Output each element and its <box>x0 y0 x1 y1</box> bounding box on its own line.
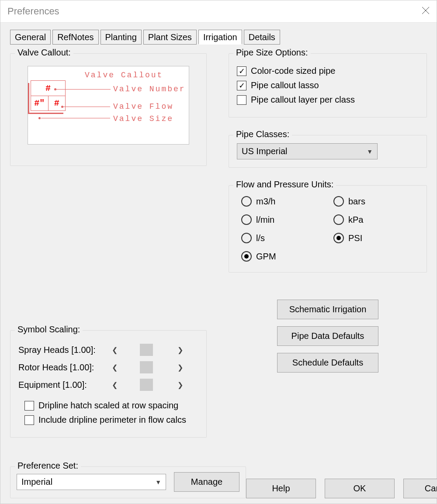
pipe-classes-select[interactable]: US Imperial ▼ <box>237 143 378 159</box>
radio-icon <box>241 233 252 243</box>
pipe-size-options-group: Pipe Size Options: Color-code sized pipe… <box>229 53 427 117</box>
radio-ls-label: l/s <box>256 233 265 243</box>
flow-pressure-group: Flow and Pressure Units: m3/h bars l/ <box>229 185 427 273</box>
rotor-heads-left-icon[interactable]: ❮ <box>106 361 123 373</box>
radio-bars[interactable]: bars <box>333 196 417 207</box>
diagram-box: # #" # <box>31 80 66 111</box>
radio-psi-label: PSI <box>348 233 362 243</box>
spray-heads-slider[interactable] <box>123 344 171 356</box>
radio-kpa[interactable]: kPa <box>333 214 417 225</box>
valve-callout-legend: Valve Callout: <box>15 48 73 58</box>
radio-psi[interactable]: PSI <box>333 233 417 243</box>
chevron-down-icon: ▼ <box>367 148 373 155</box>
chevron-down-icon: ▼ <box>155 479 161 486</box>
checkbox-icon <box>237 66 246 76</box>
client-area: General RefNotes Planting Plant Sizes Ir… <box>0 22 437 504</box>
titlebar: Preferences <box>0 0 437 22</box>
preferences-window: Preferences General RefNotes Planting Pl… <box>0 0 437 504</box>
radio-ls[interactable]: l/s <box>241 233 325 243</box>
radio-icon <box>241 214 252 225</box>
diagram-title: Valve Callout <box>85 71 163 79</box>
pipe-classes-group: Pipe Classes: US Imperial ▼ <box>229 135 427 168</box>
radio-bars-label: bars <box>348 197 365 207</box>
radio-lmin[interactable]: l/min <box>241 214 325 225</box>
layer-per-class-checkbox[interactable]: Pipe callout layer per class <box>237 95 419 105</box>
cancel-button[interactable]: Cancel <box>403 479 437 498</box>
radio-lmin-label: l/min <box>256 215 274 225</box>
radio-gpm[interactable]: GPM <box>241 251 325 262</box>
flow-pressure-legend: Flow and Pressure Units: <box>233 180 336 190</box>
preference-set-select[interactable]: Imperial ▼ <box>17 474 166 490</box>
color-code-checkbox[interactable]: Color-code sized pipe <box>237 66 419 76</box>
spray-heads-right-icon[interactable]: ❯ <box>171 344 189 356</box>
pipe-size-options-legend: Pipe Size Options: <box>233 48 311 58</box>
tab-plant-sizes[interactable]: Plant Sizes <box>143 30 197 45</box>
manage-button[interactable]: Manage <box>174 472 239 492</box>
symbol-scaling-legend: Symbol Scaling: <box>15 324 83 335</box>
radio-m3h-label: m3/h <box>256 197 275 207</box>
diagram-label-flow: Valve Flow <box>113 102 173 111</box>
equipment-slider[interactable] <box>123 379 171 391</box>
radio-icon <box>333 214 344 225</box>
pipe-classes-legend: Pipe Classes: <box>233 129 292 139</box>
equipment-right-icon[interactable]: ❯ <box>171 379 189 391</box>
spray-heads-label: Spray Heads [1.00]: <box>18 345 106 355</box>
rotor-heads-row: Rotor Heads [1.00]: ❮ ❯ <box>18 361 198 373</box>
tab-general[interactable]: General <box>10 30 51 45</box>
equipment-left-icon[interactable]: ❮ <box>106 379 123 391</box>
equipment-label: Equipment [1.00]: <box>18 380 106 390</box>
tab-planting[interactable]: Planting <box>101 30 142 45</box>
diagram-label-number: Valve Number <box>113 85 186 93</box>
checkbox-icon <box>24 415 34 425</box>
rotor-heads-right-icon[interactable]: ❯ <box>171 361 189 373</box>
rotor-heads-slider[interactable] <box>123 361 171 373</box>
radio-m3h[interactable]: m3/h <box>241 196 325 207</box>
radio-icon <box>333 233 344 243</box>
pipe-lasso-checkbox[interactable]: Pipe callout lasso <box>237 80 419 90</box>
dripline-hatch-checkbox[interactable]: Dripline hatch scaled at row spacing <box>24 400 198 411</box>
diagram-box-bl: #" <box>31 96 49 110</box>
dripline-hatch-label: Dripline hatch scaled at row spacing <box>38 400 178 411</box>
dripline-perimeter-checkbox[interactable]: Include dripline perimeter in flow calcs <box>24 415 198 425</box>
equipment-row: Equipment [1.00]: ❮ ❯ <box>18 379 198 391</box>
diagram-box-br: # <box>49 96 66 110</box>
tab-irrigation[interactable]: Irrigation <box>198 30 242 45</box>
preference-set-group: Preference Set: Imperial ▼ Manage <box>10 466 246 498</box>
tab-refnotes[interactable]: RefNotes <box>52 30 98 45</box>
close-icon[interactable] <box>422 7 430 17</box>
schematic-irrigation-button[interactable]: Schematic Irrigation <box>277 300 378 319</box>
dripline-perimeter-label: Include dripline perimeter in flow calcs <box>38 415 186 425</box>
diagram-box-top: # <box>31 81 65 96</box>
window-title: Preferences <box>7 6 59 17</box>
layer-per-class-label: Pipe callout layer per class <box>251 95 355 105</box>
checkbox-icon <box>237 95 246 105</box>
valve-callout-group: Valve Callout: Valve Callout # #" # V <box>10 53 207 166</box>
valve-callout-diagram: Valve Callout # #" # Valve Number V <box>28 66 189 145</box>
checkbox-icon <box>24 401 34 411</box>
ok-button[interactable]: OK <box>325 479 395 498</box>
pipe-lasso-label: Pipe callout lasso <box>251 80 319 90</box>
preference-set-legend: Preference Set: <box>15 461 81 471</box>
radio-gpm-label: GPM <box>256 252 276 262</box>
tab-details[interactable]: Details <box>244 30 280 45</box>
help-button[interactable]: Help <box>246 479 316 498</box>
schedule-defaults-button[interactable]: Schedule Defaults <box>277 353 378 373</box>
radio-icon <box>241 196 252 207</box>
preference-set-value: Imperial <box>21 477 52 487</box>
pipe-classes-value: US Imperial <box>242 146 287 156</box>
radio-icon <box>241 251 252 262</box>
pipe-data-defaults-button[interactable]: Pipe Data Defaults <box>277 326 378 346</box>
rotor-heads-label: Rotor Heads [1.00]: <box>18 362 106 373</box>
tab-bar: General RefNotes Planting Plant Sizes Ir… <box>10 30 427 45</box>
diagram-label-size: Valve Size <box>113 114 173 123</box>
color-code-label: Color-code sized pipe <box>251 66 335 76</box>
spray-heads-left-icon[interactable]: ❮ <box>106 344 123 356</box>
symbol-scaling-group: Symbol Scaling: Spray Heads [1.00]: ❮ ❯ … <box>10 330 207 438</box>
checkbox-icon <box>237 81 246 90</box>
radio-icon <box>333 196 344 207</box>
radio-kpa-label: kPa <box>348 215 363 225</box>
spray-heads-row: Spray Heads [1.00]: ❮ ❯ <box>18 344 198 356</box>
